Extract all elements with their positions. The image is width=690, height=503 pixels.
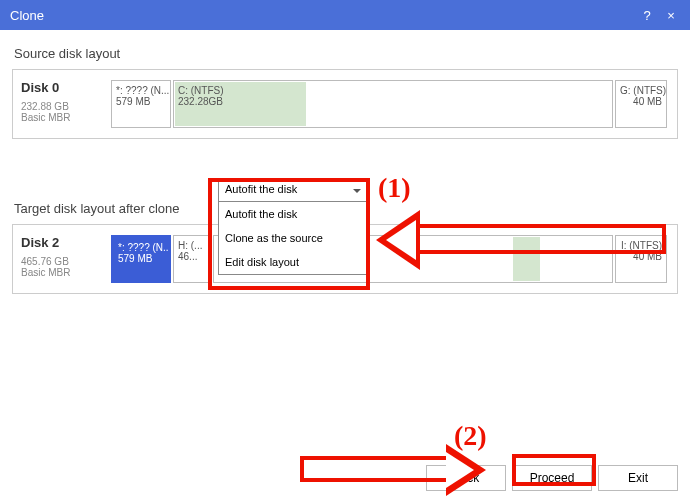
dropdown-list: Autofit the disk Clone as the source Edi…: [218, 202, 368, 275]
source-disk-type: Basic MBR: [21, 112, 111, 123]
proceed-button[interactable]: Proceed: [512, 465, 592, 491]
source-partition[interactable]: G: (NTFS) 40 MB: [615, 80, 667, 128]
source-partition[interactable]: *: ???? (N... 579 MB: [111, 80, 171, 128]
target-disk-size: 465.76 GB: [21, 256, 111, 267]
close-icon[interactable]: ×: [662, 8, 680, 23]
dropdown-selected[interactable]: Autofit the disk: [218, 180, 368, 202]
source-section-title: Source disk layout: [14, 46, 678, 61]
target-partition[interactable]: H: (... 46...: [173, 235, 211, 283]
annotation-step2: (2): [454, 420, 487, 452]
window-title: Clone: [10, 8, 44, 23]
help-icon[interactable]: ?: [638, 8, 656, 23]
back-button[interactable]: Back: [426, 465, 506, 491]
target-disk-name: Disk 2: [21, 235, 111, 250]
target-partition-selected[interactable]: *: ???? (N... 579 MB: [111, 235, 171, 283]
target-section-title: Target disk layout after clone: [14, 201, 179, 216]
source-disk-name: Disk 0: [21, 80, 111, 95]
source-disk-box: Disk 0 232.88 GB Basic MBR *: ???? (N...…: [12, 69, 678, 139]
exit-button[interactable]: Exit: [598, 465, 678, 491]
dropdown-option[interactable]: Autofit the disk: [219, 202, 367, 226]
source-partition[interactable]: C: (NTFS) 232.28GB: [173, 80, 613, 128]
titlebar: Clone ? ×: [0, 0, 690, 30]
target-disk-type: Basic MBR: [21, 267, 111, 278]
target-partition[interactable]: I: (NTFS) 40 MB: [615, 235, 667, 283]
dropdown-option[interactable]: Clone as the source: [219, 226, 367, 250]
source-disk-size: 232.88 GB: [21, 101, 111, 112]
dropdown-option[interactable]: Edit disk layout: [219, 250, 367, 274]
footer-buttons: Back Proceed Exit: [420, 465, 678, 491]
layout-mode-dropdown[interactable]: Autofit the disk Autofit the disk Clone …: [218, 180, 368, 275]
